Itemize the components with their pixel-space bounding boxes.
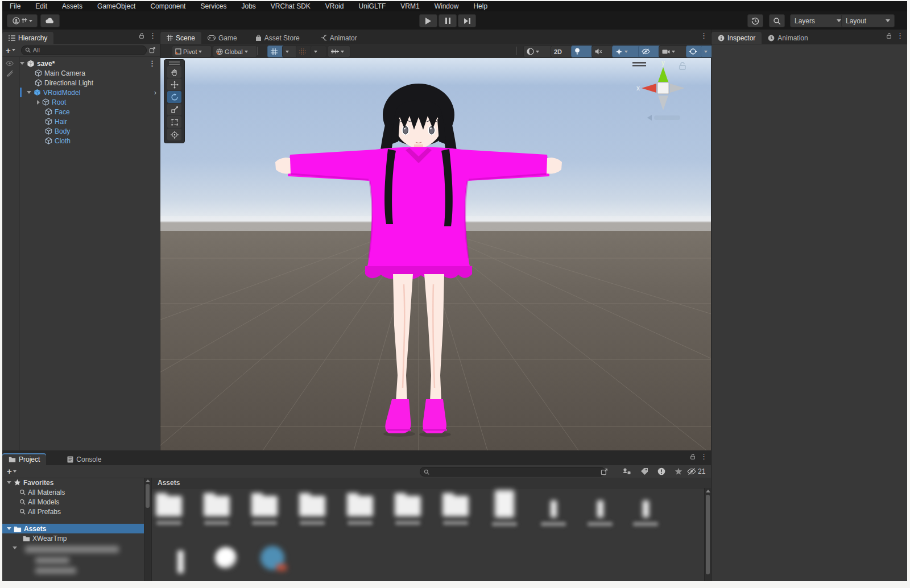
pivot-dropdown[interactable]: Pivot (172, 45, 212, 57)
project-menu-button[interactable] (699, 453, 709, 460)
camera-settings-dropdown[interactable] (659, 45, 688, 57)
tab-inspector[interactable]: Inspector (712, 32, 762, 44)
asset-item-file[interactable] (628, 496, 663, 526)
menu-unigltf[interactable]: UniGLTF (351, 2, 394, 10)
menu-services[interactable]: Services (193, 2, 234, 10)
open-search-window-icon[interactable] (601, 468, 608, 475)
undo-history-button[interactable] (747, 14, 763, 27)
hierarchy-item-root[interactable]: Root (20, 97, 160, 107)
hierarchy-item-face[interactable]: Face (20, 107, 160, 117)
open-search-window-icon[interactable] (149, 47, 156, 53)
step-button[interactable] (458, 14, 476, 27)
tree-all-prefabs[interactable]: All Prefabs (2, 507, 144, 516)
hierarchy-item-main-camera[interactable]: Main Camera (20, 68, 160, 78)
menu-help[interactable]: Help (466, 2, 495, 10)
hierarchy-item-directional-light[interactable]: Directional Light (20, 78, 160, 88)
play-button[interactable] (419, 14, 437, 27)
hierarchy-item-hair[interactable]: Hair (20, 117, 160, 126)
asset-item-folder[interactable] (247, 496, 282, 525)
hierarchy-add-button[interactable] (2, 46, 19, 55)
menu-gameobject[interactable]: GameObject (90, 2, 143, 10)
tab-asset-store[interactable]: Asset Store (249, 32, 306, 44)
tab-console[interactable]: Console (61, 453, 107, 465)
rect-tool-button[interactable] (167, 116, 181, 128)
menu-vrm1[interactable]: VRM1 (393, 2, 427, 10)
hierarchy-item-vroidmodel[interactable]: VRoidModel › (20, 88, 160, 97)
hidden-count-toggle[interactable]: 21 (687, 467, 705, 475)
menu-vroid[interactable]: VRoid (318, 2, 351, 10)
alert-filter-icon[interactable] (657, 467, 665, 475)
scene-menu-button[interactable] (699, 32, 709, 39)
tab-hierarchy[interactable]: Hierarchy (2, 32, 53, 44)
tab-game[interactable]: Game (201, 32, 243, 44)
project-add-button[interactable] (3, 467, 20, 475)
search-all-button[interactable] (769, 14, 785, 27)
scene-viewport[interactable]: y x (160, 58, 711, 450)
hierarchy-item-body[interactable]: Body (20, 126, 160, 136)
2d-toggle[interactable]: 2D (551, 45, 572, 57)
increment-snap-options[interactable] (311, 45, 326, 57)
snap-settings-button[interactable] (328, 45, 350, 57)
favorite-star-icon[interactable] (675, 467, 682, 475)
project-search-input[interactable] (420, 467, 605, 477)
asset-item-folder[interactable] (439, 496, 473, 525)
pause-button[interactable] (439, 14, 457, 27)
menu-jobs[interactable]: Jobs (234, 2, 263, 10)
search-by-type-icon[interactable] (622, 467, 631, 475)
asset-item-document[interactable] (487, 490, 522, 526)
menu-file[interactable]: File (2, 2, 28, 10)
asset-item-folder[interactable] (391, 496, 425, 525)
layers-dropdown[interactable]: Layers (790, 14, 846, 27)
menu-vrchat-sdk[interactable]: VRChat SDK (263, 2, 318, 10)
rotate-tool-button[interactable] (167, 91, 181, 103)
tab-project[interactable]: Project (2, 453, 46, 465)
tab-animator[interactable]: Animator (314, 32, 363, 44)
lock-icon[interactable] (139, 32, 144, 39)
menu-edit[interactable]: Edit (28, 2, 55, 10)
scene-row-menu[interactable] (147, 60, 157, 67)
inspector-menu-button[interactable] (895, 32, 905, 39)
scene-visibility-icon[interactable] (6, 60, 14, 67)
asset-item-folder[interactable] (295, 496, 329, 525)
lock-icon[interactable] (886, 32, 892, 39)
tree-all-materials[interactable]: All Materials (2, 487, 144, 497)
asset-item-file[interactable] (583, 496, 617, 526)
asset-item-folder[interactable] (152, 496, 186, 525)
palette-grip[interactable] (166, 61, 183, 65)
asset-item-file[interactable] (536, 496, 570, 526)
menu-component[interactable]: Component (143, 2, 193, 10)
disclosure-open-icon[interactable] (27, 91, 31, 94)
asset-item-folder[interactable] (343, 496, 377, 525)
scene-row[interactable]: save* (20, 59, 160, 68)
scene-pickability-icon[interactable] (6, 70, 13, 77)
move-tool-button[interactable] (167, 78, 181, 90)
lock-icon[interactable] (690, 453, 696, 460)
global-dropdown[interactable]: Global (213, 45, 257, 57)
tab-animation[interactable]: Animation (762, 32, 814, 44)
hand-tool-button[interactable] (167, 66, 181, 78)
hierarchy-menu-button[interactable] (148, 32, 158, 39)
asset-item-file[interactable] (163, 546, 197, 577)
disclosure-open-icon[interactable] (20, 62, 24, 65)
tree-all-models[interactable]: All Models (2, 497, 144, 507)
asset-item-vrm[interactable] (255, 546, 289, 570)
layout-dropdown[interactable]: Layout (841, 14, 895, 27)
lighting-toggle[interactable] (571, 45, 593, 57)
tree-scrollbar[interactable] (144, 478, 151, 581)
tree-favorites[interactable]: Favorites (2, 478, 144, 487)
hierarchy-search-input[interactable]: All (21, 45, 147, 55)
transform-tool-button[interactable] (167, 129, 181, 140)
effects-dropdown[interactable] (612, 45, 640, 57)
account-button[interactable] (7, 14, 38, 27)
search-by-label-icon[interactable] (640, 467, 648, 475)
asset-item-model[interactable] (209, 547, 243, 569)
tab-scene[interactable]: Scene (160, 32, 201, 44)
tree-assets-root[interactable]: Assets (2, 524, 144, 533)
shading-mode-dropdown[interactable] (523, 45, 553, 57)
scale-tool-button[interactable] (167, 103, 181, 115)
menu-window[interactable]: Window (427, 2, 466, 10)
hidden-objects-toggle[interactable] (638, 45, 661, 57)
menu-assets[interactable]: Assets (55, 2, 90, 10)
disclosure-closed-icon[interactable] (37, 100, 40, 105)
assets-scrollbar[interactable] (704, 488, 711, 581)
